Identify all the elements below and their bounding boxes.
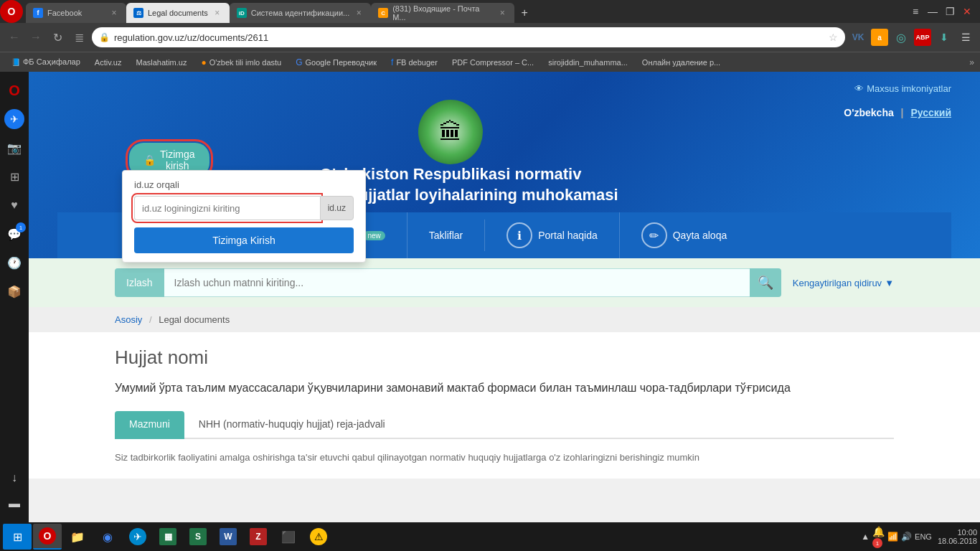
tab-mazmuni[interactable]: Mazmuni bbox=[115, 411, 184, 439]
accessibility-link[interactable]: 👁 Maxsus imkoniyatlar bbox=[854, 83, 951, 94]
bookmarks-more-button[interactable]: » bbox=[969, 57, 974, 67]
amazon-icon[interactable]: a bbox=[871, 29, 888, 46]
tab-id-label: Система идентификации... bbox=[251, 9, 349, 17]
taskbar-warning[interactable]: ⚠ bbox=[304, 524, 333, 550]
vk-icon[interactable]: VK bbox=[849, 29, 867, 46]
sidebar-camera-icon[interactable]: 📷 bbox=[1, 135, 27, 161]
taskbar-word-s[interactable]: S bbox=[184, 524, 212, 550]
tray-wifi-icon[interactable]: 📶 bbox=[887, 532, 898, 542]
lang-other[interactable]: Русский bbox=[910, 107, 951, 118]
refresh-button[interactable]: ↻ bbox=[49, 29, 66, 46]
advanced-search-link[interactable]: Kengaytirilgan qidiruv ▼ bbox=[793, 278, 894, 288]
opera-ext-icon[interactable]: ◎ bbox=[892, 29, 910, 46]
bookmark-online-remove[interactable]: Онлайн удаление р... bbox=[636, 55, 726, 70]
taskbar-opera[interactable]: O bbox=[33, 524, 62, 550]
sidebar-extensions-icon[interactable]: 📦 bbox=[1, 278, 27, 304]
close-button[interactable]: ✕ bbox=[960, 4, 974, 19]
taskbar-files-icon: 📁 bbox=[69, 528, 86, 545]
tab-nhh[interactable]: NHH (normativ-huquqiy hujjat) reja-jadva… bbox=[184, 411, 400, 439]
tray-speaker-icon[interactable]: 🔊 bbox=[901, 532, 912, 542]
nav-portal[interactable]: ℹ Portal haqida bbox=[485, 212, 620, 258]
forward-button[interactable]: → bbox=[27, 29, 44, 46]
taskbar-opera-icon: O bbox=[39, 527, 56, 545]
taskbar: ⊞ O 📁 ◉ ✈ ▦ S W Z ⬛ ⚠ bbox=[0, 522, 980, 551]
uzbek-tili-icon: ● bbox=[201, 57, 206, 67]
adblock-icon[interactable]: ABP bbox=[914, 29, 931, 46]
tab-mail-label: (831) Входящие - Почта M... bbox=[392, 4, 493, 22]
sidebar-opera-icon[interactable]: O bbox=[1, 77, 27, 103]
bookmark-activ[interactable]: Activ.uz bbox=[89, 55, 128, 70]
nav-takliflar[interactable]: Takliflar bbox=[407, 220, 485, 251]
search-section: Izlash 🔍 Kengaytirilgan qidiruv ▼ bbox=[29, 258, 980, 307]
tray-notification-icon[interactable]: 🔔 bbox=[872, 526, 885, 537]
bookmark-sirojiddin[interactable]: sirojiddin_muhamma... bbox=[542, 55, 633, 70]
bookmark-google-translate[interactable]: G Google Переводчик bbox=[290, 55, 382, 70]
bookmark-star-icon[interactable]: ☆ bbox=[829, 32, 838, 43]
sidebar-grid-icon[interactable]: ⊞ bbox=[1, 164, 27, 189]
login-input-row: id.uz bbox=[134, 196, 354, 220]
back-button[interactable]: ← bbox=[6, 29, 23, 46]
tab-id-close[interactable]: × bbox=[354, 8, 364, 18]
portal-label: Portal haqida bbox=[538, 230, 598, 241]
tab-legal-label: Legal documents bbox=[148, 9, 208, 17]
url-bar[interactable]: 🔒 regulation.gov.uz/uz/documents/2611 ☆ bbox=[92, 27, 845, 47]
minimize-button[interactable]: — bbox=[925, 4, 940, 19]
sidebar-chat-icon[interactable]: 💬 1 bbox=[1, 221, 27, 247]
sidebar-wall-icon[interactable]: ▬ bbox=[1, 491, 27, 517]
tab-legal-close[interactable]: × bbox=[212, 8, 222, 18]
download-button[interactable]: ⬇ bbox=[936, 29, 953, 46]
apps-button[interactable]: ​≣ bbox=[70, 29, 88, 46]
lang-current[interactable]: O'zbekcha bbox=[844, 107, 893, 118]
taskbar-telegram[interactable]: ✈ bbox=[123, 524, 152, 550]
lock-login-icon: 🔒 bbox=[143, 154, 156, 166]
bookmark-uzbek-tili[interactable]: ● O'zbek tili imlo dastu bbox=[195, 55, 287, 70]
breadcrumb-home[interactable]: Asosiy bbox=[115, 314, 142, 325]
login-submit-button[interactable]: Tizimga Kirish bbox=[134, 227, 354, 253]
taskbar-clock[interactable]: 10:00 18.06.2018 bbox=[938, 528, 977, 545]
tab-mail[interactable]: C (831) Входящие - Почта M... × bbox=[371, 3, 514, 23]
tab-mail-close[interactable]: × bbox=[497, 8, 507, 18]
bookmark-fb-debuger[interactable]: f FB debuger bbox=[385, 55, 443, 70]
nav-qayta-aloqa[interactable]: ✏ Qayta aloqa bbox=[620, 212, 749, 258]
opera-logo-icon[interactable]: O bbox=[0, 0, 23, 23]
bookmarks-bar: 📘 ФБ Саҳифалар Activ.uz Maslahatim.uz ● … bbox=[0, 52, 980, 72]
sidebar-toggle-icon[interactable]: ☰ bbox=[957, 29, 974, 46]
restore-button[interactable]: ❐ bbox=[943, 4, 957, 19]
sidebar-clock-icon[interactable]: 🕐 bbox=[1, 250, 27, 276]
tab-legal[interactable]: ⚖ Legal documents × bbox=[126, 3, 230, 23]
taskbar-word-w[interactable]: W bbox=[214, 524, 242, 550]
qayta-aloqa-circle: ✏ bbox=[641, 222, 667, 248]
taskbar-filezilla[interactable]: Z bbox=[244, 524, 273, 550]
login-input-field[interactable] bbox=[134, 196, 320, 220]
opera-sidebar: O ✈ 📷 ⊞ ♥ 💬 1 🕐 📦 ↓ ▬ bbox=[0, 72, 29, 522]
tray-lang-label[interactable]: ENG bbox=[915, 532, 932, 541]
date-display: 18.06.2018 bbox=[938, 537, 977, 545]
search-input[interactable] bbox=[164, 268, 750, 297]
sidebar-messenger-icon[interactable]: ✈ bbox=[1, 106, 27, 132]
taskbar-install[interactable]: ⬛ bbox=[274, 524, 303, 550]
bookmark-maslahatim[interactable]: Maslahatim.uz bbox=[131, 55, 193, 70]
bookmark-pdf-compressor[interactable]: PDF Compressor – C... bbox=[446, 55, 540, 70]
tray-hide-icon[interactable]: ▲ bbox=[861, 532, 870, 542]
bookmark-fb-pages[interactable]: 📘 ФБ Саҳифалар bbox=[6, 55, 86, 70]
taskbar-tray: ▲ 🔔 1 📶 🔊 ENG bbox=[861, 525, 932, 548]
taskbar-excel[interactable]: ▦ bbox=[154, 524, 182, 550]
search-button[interactable]: 🔍 bbox=[750, 268, 781, 297]
menu-button[interactable]: ≡ bbox=[908, 4, 923, 19]
sidebar-downloads-icon[interactable]: ↓ bbox=[1, 465, 27, 491]
chevron-down-icon: ▼ bbox=[885, 278, 894, 288]
add-tab-button[interactable]: + bbox=[514, 3, 534, 23]
right-toolbar: VK a ◎ ABP ⬇ ☰ bbox=[849, 29, 974, 46]
tab-facebook[interactable]: f Facebook × bbox=[26, 3, 126, 23]
sidebar-heart-icon[interactable]: ♥ bbox=[1, 192, 27, 218]
document-tabs: Mazmuni NHH (normativ-huquqiy hujjat) re… bbox=[115, 411, 894, 439]
taskbar-warning-icon: ⚠ bbox=[310, 528, 327, 545]
tabs-container: f Facebook × ⚖ Legal documents × iD Сист… bbox=[26, 0, 903, 23]
browser-body: O ✈ 📷 ⊞ ♥ 💬 1 🕐 📦 ↓ ▬ bbox=[0, 72, 980, 522]
taskbar-right: ▲ 🔔 1 📶 🔊 ENG 10:00 18.06.2018 bbox=[861, 525, 977, 548]
taskbar-chrome[interactable]: ◉ bbox=[93, 524, 122, 550]
tab-id-system[interactable]: iD Система идентификации... × bbox=[230, 3, 371, 23]
tab-facebook-close[interactable]: × bbox=[109, 8, 119, 18]
start-button[interactable]: ⊞ bbox=[3, 524, 32, 550]
taskbar-files[interactable]: 📁 bbox=[63, 524, 92, 550]
